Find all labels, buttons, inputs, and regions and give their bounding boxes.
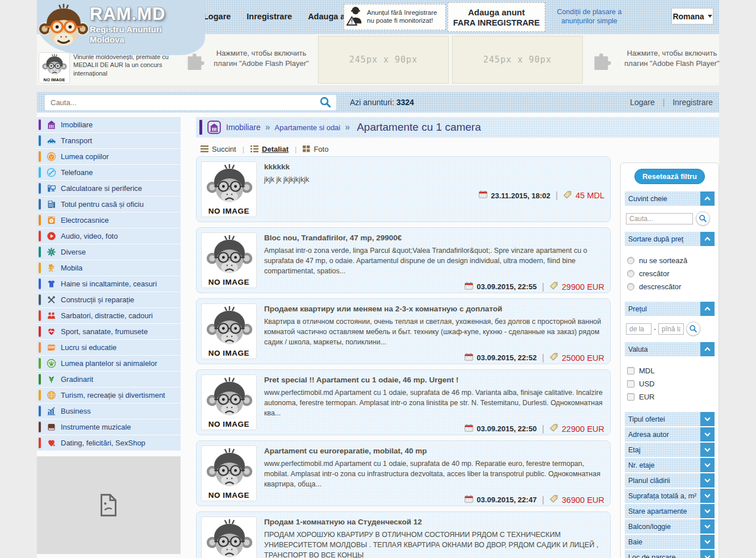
radio-icon[interactable] (627, 283, 634, 290)
filter-section-planul-cl-dirii[interactable]: Planul clădirii (625, 473, 715, 488)
sidebar-item-tools[interactable]: Construcții și reparație (37, 292, 181, 307)
listing-card[interactable]: NO IMAGEkkkkkkjkjk jk jkjkjkjkjk23.11.20… (196, 156, 611, 222)
conditions-link[interactable]: Condiții de plasare a anunțurilor simple (551, 7, 628, 26)
listing-card[interactable]: NO IMAGEPret special !! Apartament cu 1 … (196, 369, 611, 435)
chevron-down-icon[interactable] (700, 489, 715, 503)
search-input[interactable] (45, 98, 318, 107)
view-mode-detaliat[interactable]: Detaliat (250, 145, 289, 153)
broken-ad-placeholder (37, 456, 181, 554)
filter-section-stare-apartamente[interactable]: Stare apartamente (625, 504, 715, 518)
sidebar-item-office-phone[interactable]: Totul pentru casă și oficiu (37, 197, 181, 212)
flash-plugin-notice[interactable]: Нажмите, чтобы включить плагин "Adobe Fl… (616, 48, 728, 68)
radio-icon[interactable] (627, 270, 634, 277)
checkbox-option-eur[interactable]: EUR (627, 393, 712, 401)
listing-card[interactable]: NO IMAGEПродаем квартиру или меняем на 2… (196, 298, 611, 364)
filter-section-sortare-dup-pre[interactable]: Sortare după preț (625, 232, 715, 246)
nav-inregistrare[interactable]: Inregistrare (247, 12, 292, 21)
chevron-down-icon[interactable] (700, 443, 715, 457)
filter-keyword-input[interactable] (626, 213, 693, 224)
site-logo[interactable]: RAM.MD Registru Anunturi Moldova (37, 0, 205, 55)
chevron-up-icon[interactable] (700, 342, 715, 356)
filter-section-nr-etaje[interactable]: Nr. etaje (625, 458, 715, 472)
reset-filter-button[interactable]: Resetează filtru (634, 169, 705, 184)
sidebar-item-baby[interactable]: Lumea copiilor (37, 149, 181, 164)
chevron-down-icon[interactable] (700, 504, 715, 518)
sidebar-item-washing-machine[interactable]: Electrocasnice (37, 213, 181, 228)
filter-search-icon[interactable] (696, 211, 710, 226)
filter-section-baie[interactable]: Baie (625, 535, 715, 549)
chevron-down-icon[interactable] (700, 550, 715, 558)
sidebar-item-globe[interactable]: Turism, recreație și divertisment (37, 388, 181, 403)
chevron-up-icon[interactable] (700, 232, 715, 246)
filter-price-search-icon[interactable] (686, 322, 700, 336)
checkbox-icon[interactable] (627, 380, 634, 388)
listing-title[interactable]: Bloc nou, Trandafirilor, 47 mp, 29900€ (264, 234, 605, 242)
listing-title[interactable]: Продаем квартиру или меняем на 2-3-х ком… (264, 305, 605, 313)
price-to-input[interactable] (658, 323, 684, 335)
add-listing-without-registration-button[interactable]: Adauga anunt FARA INREGISTRARE (448, 2, 545, 32)
chevron-down-icon[interactable] (700, 473, 715, 488)
filter-section-adresa-autor[interactable]: Adresa autor (625, 427, 715, 442)
filter-section-balcon-loggie[interactable]: Balcon/loggie (625, 519, 715, 534)
sidebar-item-people[interactable]: Sarbatori, distractie, cadouri (37, 308, 181, 323)
listing-title[interactable]: kkkkkk (264, 163, 605, 171)
sidebar-item-building[interactable]: Imobiliare (37, 117, 181, 132)
sidebar-item-play[interactable]: Audio, video, foto (37, 228, 181, 244)
search-icon[interactable] (318, 95, 336, 110)
register-link[interactable]: Inregistrare (673, 98, 713, 107)
chevron-up-icon[interactable] (700, 302, 715, 316)
checkbox-icon[interactable] (627, 393, 634, 401)
sidebar-item-paw[interactable]: Lumea plantelor si animalelor (37, 356, 181, 371)
sidebar-item-piano[interactable]: Instrumente muzicale (37, 419, 181, 435)
listing-card[interactable]: NO IMAGEApartament cu euroreparatie, mob… (196, 440, 611, 506)
filter-section-tipul-ofertei[interactable]: Tipul ofertei (625, 412, 715, 426)
sidebar-item-car[interactable]: Transport (37, 133, 181, 148)
checkbox-icon[interactable] (627, 367, 634, 374)
chevron-down-icon[interactable] (700, 519, 715, 534)
chevron-up-icon[interactable] (700, 191, 715, 206)
sidebar-item-heart-pulse[interactable]: Sport, sanatate, frumusete (37, 324, 181, 339)
price-from-input[interactable] (626, 323, 651, 335)
listing-title[interactable]: Pret special !! Apartament cu 1 odaie, 4… (264, 376, 605, 384)
radio-icon[interactable] (627, 257, 634, 264)
sidebar-item-plant[interactable]: Gradinarit (37, 372, 181, 387)
filter-section-cuvint-cheie[interactable]: Cuvint cheie (625, 191, 715, 206)
chevron-down-icon[interactable] (700, 427, 715, 442)
chevron-down-icon[interactable] (700, 412, 715, 426)
promo-no-image-thumbnail[interactable]: NO IMAGE (39, 52, 70, 84)
sidebar-item-computer[interactable]: Calculatoare si periferice (37, 181, 181, 196)
chevron-down-icon[interactable] (700, 458, 715, 472)
filter-section-loc-de-parcare[interactable]: Loc de parcare (625, 550, 715, 558)
view-mode-foto[interactable]: Foto (303, 145, 328, 153)
filter-section-pre-ul[interactable]: Prețul (625, 302, 715, 316)
view-mode-succint[interactable]: Succint (201, 145, 236, 153)
chevron-down-icon[interactable] (700, 535, 715, 549)
sidebar-item-chair[interactable]: Mobila (37, 260, 181, 276)
flash-plugin-notice[interactable]: Нажмите, чтобы включить плагин "Adobe Fl… (209, 48, 314, 68)
nav-logare[interactable]: Logare (203, 12, 231, 21)
listing-card[interactable]: NO IMAGEПродам 1-комнатную на Студенческ… (196, 511, 611, 558)
filter-section-valuta[interactable]: Valuta (625, 342, 715, 356)
filter-section-suprafa-a-total-a-m[interactable]: Suprafața totală a, m² (625, 489, 715, 503)
sidebar-item-clothes[interactable]: Haine si incaltaminte, ceasuri (37, 276, 181, 292)
login-link[interactable]: Logare (630, 98, 655, 107)
listing-title[interactable]: Продам 1-комнатную на Студенческой 12 (264, 518, 605, 526)
radio-option-nu-se-sorteaz[interactable]: nu se sortează (627, 256, 712, 265)
sidebar-item-phone[interactable]: Telefoane (37, 165, 181, 180)
sidebar-item-heart[interactable]: Dating, felicitări, SexShop (37, 435, 181, 451)
breadcrumb-link-apartamente-si-odai[interactable]: Apartamente si odai (275, 123, 341, 132)
language-selector[interactable]: Romana (671, 8, 713, 24)
sidebar-item-gear[interactable]: Diverse (37, 244, 181, 260)
filter-section-etaj[interactable]: Etaj (625, 443, 715, 457)
breadcrumb-link-imobiliare[interactable]: Imobiliare (226, 123, 261, 132)
listing-card[interactable]: NO IMAGEBloc nou, Trandafirilor, 47 mp, … (196, 227, 611, 293)
promo-banner-text[interactable]: Vinurile moldovenești, premiate cu MEDAL… (73, 53, 185, 77)
listing-title[interactable]: Apartament cu euroreparatie, mobilat, 40… (264, 447, 605, 455)
sidebar-item-chart[interactable]: Business (37, 403, 181, 419)
radio-option-descresc-tor[interactable]: descrescător (627, 282, 712, 291)
radio-option-cresc-tor[interactable]: crescător (627, 269, 712, 278)
flash-plugin-puzzle-icon[interactable] (590, 49, 612, 73)
sidebar-item-jobs[interactable]: JOBSLucru si educatie (37, 340, 181, 355)
checkbox-option-mdl[interactable]: MDL (627, 367, 712, 375)
checkbox-option-usd[interactable]: USD (627, 380, 712, 388)
